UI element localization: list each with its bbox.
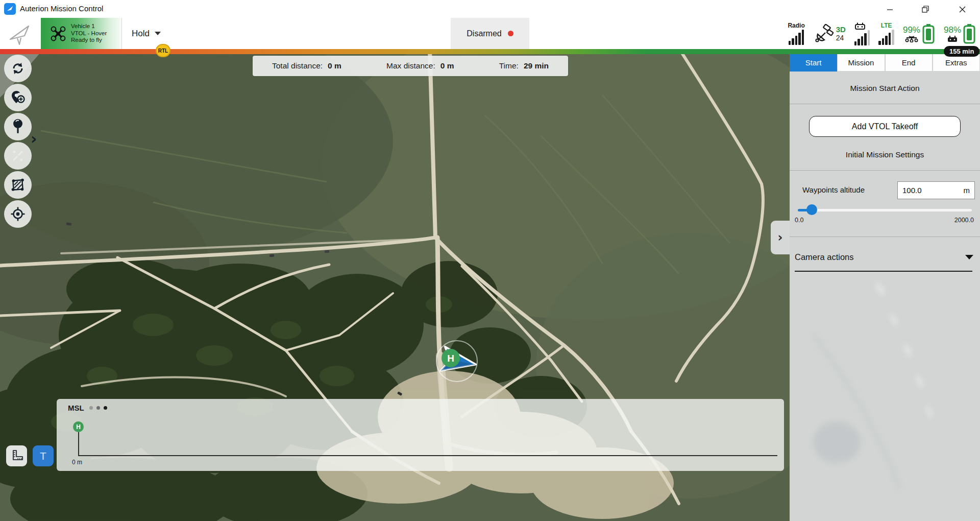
waypoints-altitude-unit: m (964, 186, 970, 195)
lte-signal-indicator[interactable]: LTE (878, 22, 894, 45)
vehicle-battery-percent: 99% (903, 25, 920, 35)
vehicle-ready-status: Ready to fly (71, 37, 107, 44)
radio-signal-bars-icon (789, 30, 804, 45)
mission-editor-panel: Start Mission End Extras Mission Start A… (790, 54, 980, 521)
camera-actions-expander[interactable]: Camera actions (795, 252, 973, 262)
panel-frosted-background (790, 274, 980, 521)
altitude-reference-label: MSL (68, 404, 84, 412)
rc-controller-small-icon (947, 35, 958, 42)
rc-battery-indicator[interactable]: 98% (944, 23, 976, 44)
profile-dot-3[interactable] (104, 406, 107, 410)
center-map-button[interactable] (4, 200, 32, 228)
battery-icon (963, 23, 976, 44)
frosted-map-hint (790, 274, 980, 521)
panel-collapse-chevron[interactable]: › (771, 221, 790, 254)
rc-signal-bars-icon (854, 30, 870, 45)
total-distance-stat: Total distance:0 m (272, 61, 341, 70)
waypoints-altitude-field-wrap: m (897, 181, 975, 199)
tab-mission[interactable]: Mission (837, 54, 885, 72)
sync-icon (10, 61, 26, 76)
profile-options-dots[interactable] (89, 406, 107, 410)
radio-signal-indicator[interactable]: Radio (788, 22, 804, 45)
waypoints-altitude-row: Waypoints altitude m (790, 181, 980, 199)
main-toolbar: Vehicle 1 VTOL - Hover Ready to fly Hold… (0, 18, 980, 49)
profile-home-marker: H (73, 421, 84, 432)
crosshair-icon (10, 206, 26, 222)
profile-origin-label: 0 m (72, 459, 82, 466)
vehicle-battery-indicator[interactable]: 99% (903, 23, 935, 44)
map-tools-toolbar (4, 55, 32, 228)
add-waypoint-button[interactable] (4, 84, 32, 111)
pattern-tool-button-disabled[interactable] (4, 142, 32, 170)
pattern-disabled-icon (10, 148, 26, 163)
pin-icon (11, 119, 25, 135)
arm-status-button[interactable]: Disarmed (451, 18, 529, 49)
measure-tool-button[interactable] (6, 445, 27, 466)
radio-label: Radio (788, 22, 804, 29)
panel-divider (790, 236, 980, 237)
gps-fix-type: 3D (836, 25, 846, 34)
initial-mission-settings-heading: Initial Mission Settings (790, 150, 980, 159)
mission-stats-bar: Total distance:0 m Max distance:0 m Time… (253, 56, 568, 76)
flight-mode-dropdown[interactable]: Hold (132, 18, 161, 49)
panel-divider (790, 104, 980, 104)
profile-distance-axis (78, 455, 777, 456)
profile-dot-2[interactable] (96, 406, 100, 410)
mission-start-action-heading: Mission Start Action (790, 84, 980, 93)
vehicle-type: VTOL - Hover (71, 30, 107, 37)
terrain-toggle-label: T (40, 450, 46, 462)
vehicle-selector[interactable]: Vehicle 1 VTOL - Hover Ready to fly (41, 18, 121, 49)
mission-panel-tabs: Start Mission End Extras (790, 54, 980, 72)
disarmed-indicator-dot (508, 31, 513, 36)
slider-max-label: 2000.0 (954, 217, 974, 224)
tab-start[interactable]: Start (790, 54, 837, 72)
terrain-toggle-button[interactable]: T (33, 445, 54, 466)
drone-silhouette-icon (905, 35, 918, 42)
camera-actions-underline (795, 271, 972, 272)
add-vtol-takeoff-button[interactable]: Add VTOL Takeoff (809, 116, 961, 137)
waypoints-altitude-label: Waypoints altitude (802, 185, 865, 194)
ruler-icon (10, 449, 23, 463)
close-button[interactable] (953, 3, 971, 16)
profile-dot-1[interactable] (89, 406, 93, 410)
flight-time-gradient-bar (0, 49, 980, 54)
slider-handle[interactable] (806, 204, 817, 215)
tab-extras[interactable]: Extras (933, 54, 980, 72)
roi-pin-button[interactable] (4, 113, 32, 140)
gps-indicator[interactable]: 3D 24 (814, 24, 846, 43)
flight-time-remaining-badge: 155 min (944, 46, 979, 57)
window-titlebar: Auterion Mission Control (0, 0, 980, 18)
survey-polygon-icon (10, 177, 26, 193)
profile-home-stem (78, 432, 79, 455)
max-distance-stat: Max distance:0 m (386, 61, 454, 70)
rc-signal-indicator[interactable] (854, 22, 870, 45)
time-stat: Time:29 min (499, 61, 549, 70)
panel-divider (790, 170, 980, 171)
vehicle-info-text: Vehicle 1 VTOL - Hover Ready to fly (71, 23, 107, 44)
auterion-mission-control-window: H (0, 0, 980, 521)
sync-mission-button[interactable] (4, 55, 32, 82)
satellite-icon (814, 24, 834, 43)
restore-button[interactable] (917, 3, 934, 16)
map-tools-expand-chevron[interactable]: › (31, 130, 37, 148)
battery-icon (922, 23, 935, 44)
vehicle-name: Vehicle 1 (71, 23, 107, 30)
chevron-down-icon (965, 255, 973, 259)
add-waypoint-pin-icon (10, 89, 26, 106)
survey-area-button[interactable] (4, 171, 32, 199)
lte-signal-bars-icon (878, 30, 894, 45)
minimize-button[interactable] (881, 3, 898, 16)
slider-track[interactable] (798, 209, 972, 211)
waypoints-altitude-slider[interactable] (798, 208, 972, 212)
tab-end[interactable]: End (885, 54, 933, 72)
auterion-plane-glyph (6, 5, 14, 13)
rc-controller-icon (854, 22, 866, 30)
fly-view-plane-icon (7, 22, 32, 46)
gps-satellite-count: 24 (836, 34, 846, 42)
waypoints-altitude-input[interactable] (902, 186, 964, 195)
rc-battery-percent: 98% (944, 25, 961, 35)
quadcopter-icon (50, 26, 66, 42)
telemetry-indicators: Radio 3D 24 (788, 18, 976, 49)
elevation-profile-panel: MSL H 0 m (57, 399, 784, 471)
arm-status-label: Disarmed (467, 29, 501, 38)
